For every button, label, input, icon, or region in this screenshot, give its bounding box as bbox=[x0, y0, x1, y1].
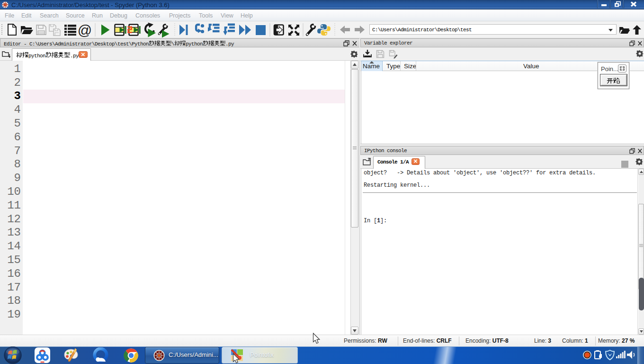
svg-text:@: @ bbox=[78, 22, 92, 38]
